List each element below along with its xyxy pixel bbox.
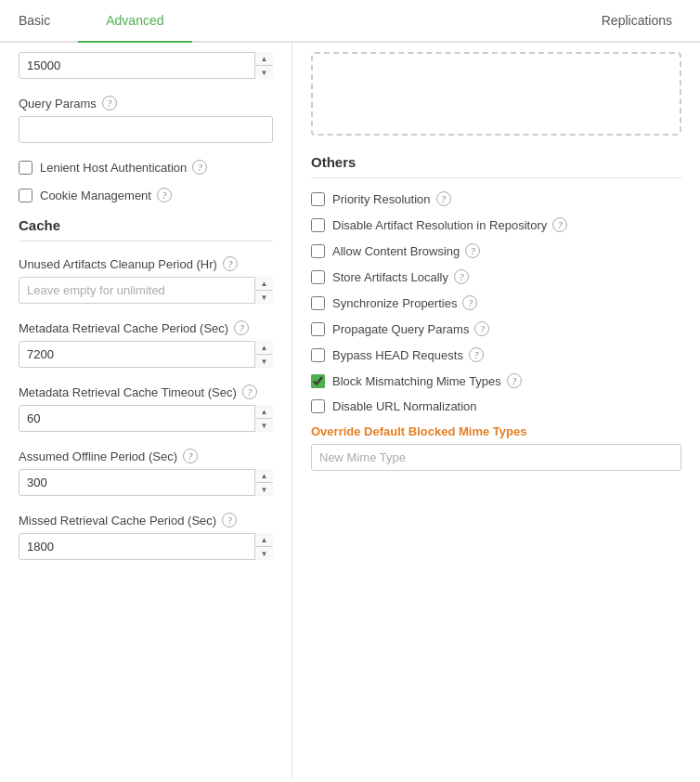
propagate-query-params-checkbox[interactable] — [311, 322, 325, 336]
cache-section: Cache Unused Artifacts Cleanup Period (H… — [19, 217, 273, 560]
missed-retrieval-down[interactable]: ▼ — [255, 547, 273, 560]
metadata-cache-timeout-group: Metadata Retrieval Cache Timeout (Sec) ?… — [19, 384, 273, 432]
metadata-cache-period-up[interactable]: ▲ — [255, 341, 273, 355]
propagate-query-params-help-icon[interactable]: ? — [474, 321, 489, 336]
assumed-offline-up[interactable]: ▲ — [255, 469, 273, 483]
metadata-cache-period-down[interactable]: ▼ — [255, 355, 273, 368]
assumed-offline-help-icon[interactable]: ? — [183, 449, 198, 463]
query-params-help-icon[interactable]: ? — [102, 96, 117, 111]
metadata-cache-period-help-icon[interactable]: ? — [234, 320, 249, 335]
block-mismatching-mime-types-help-icon[interactable]: ? — [507, 373, 522, 388]
lenient-host-label[interactable]: Lenient Host Authentication ? — [40, 160, 207, 175]
assumed-offline-label: Assumed Offline Period (Sec) ? — [19, 449, 273, 463]
query-params-input[interactable] — [19, 116, 273, 143]
assumed-offline-group: Assumed Offline Period (Sec) ? ▲ ▼ — [19, 449, 273, 496]
missed-retrieval-up[interactable]: ▲ — [255, 533, 273, 547]
left-panel: ▲ ▼ Query Params ? Lenient Host Authenti… — [0, 43, 292, 778]
option-store-artifacts-locally: Store Artifacts Locally ? — [311, 269, 681, 284]
missed-retrieval-input[interactable] — [19, 533, 273, 560]
priority-resolution-help-icon[interactable]: ? — [436, 191, 451, 206]
unused-artifacts-spinner: ▲ ▼ — [254, 277, 273, 304]
top-input-down[interactable]: ▼ — [255, 66, 273, 79]
metadata-cache-period-spinner: ▲ ▼ — [254, 341, 273, 368]
tab-replications[interactable]: Replications — [574, 0, 700, 43]
cookie-management-checkbox[interactable] — [19, 189, 32, 202]
option-bypass-head-requests: Bypass HEAD Requests ? — [311, 347, 681, 362]
missed-retrieval-help-icon[interactable]: ? — [222, 513, 237, 528]
disable-artifact-resolution-checkbox[interactable] — [311, 218, 325, 232]
lenient-host-checkbox[interactable] — [19, 161, 32, 175]
allow-content-browsing-checkbox[interactable] — [311, 244, 325, 258]
missed-retrieval-group: Missed Retrieval Cache Period (Sec) ? ▲ … — [19, 513, 273, 560]
metadata-cache-timeout-spinner: ▲ ▼ — [254, 405, 273, 432]
option-disable-artifact-resolution: Disable Artifact Resolution in Repositor… — [311, 217, 681, 232]
cookie-help-icon[interactable]: ? — [157, 188, 172, 202]
tab-advanced[interactable]: Advanced — [78, 0, 191, 43]
query-params-label: Query Params ? — [19, 96, 273, 111]
disable-url-normalization-checkbox[interactable] — [311, 399, 325, 413]
option-disable-url-normalization: Disable URL Normalization — [311, 399, 681, 413]
priority-resolution-checkbox[interactable] — [311, 192, 325, 206]
option-synchronize-properties: Synchronize Properties ? — [311, 295, 681, 310]
override-mime-types-label: Override Default Blocked Mime Types — [311, 424, 681, 438]
synchronize-properties-help-icon[interactable]: ? — [462, 295, 477, 310]
assumed-offline-input[interactable] — [19, 469, 273, 496]
option-propagate-query-params: Propagate Query Params ? — [311, 321, 681, 336]
lenient-host-auth-group: Lenient Host Authentication ? — [19, 160, 273, 175]
metadata-cache-timeout-label: Metadata Retrieval Cache Timeout (Sec) ? — [19, 384, 273, 399]
metadata-cache-timeout-down[interactable]: ▼ — [255, 419, 273, 432]
assumed-offline-spinner: ▲ ▼ — [254, 469, 273, 496]
tab-basic[interactable]: Basic — [0, 0, 78, 43]
option-block-mismatching-mime-types: Block Mismatching Mime Types ? — [311, 373, 681, 388]
store-artifacts-locally-help-icon[interactable]: ? — [454, 269, 469, 284]
metadata-cache-period-label: Metadata Retrieval Cache Period (Sec) ? — [19, 320, 273, 335]
unused-artifacts-label: Unused Artifacts Cleanup Period (Hr) ? — [19, 256, 273, 271]
cookie-management-label[interactable]: Cookie Management ? — [40, 188, 172, 202]
top-input-spinner: ▲ ▼ — [254, 52, 273, 79]
dashed-box — [311, 52, 681, 136]
tabs-bar: Basic Advanced Replications — [0, 0, 700, 43]
unused-artifacts-group: Unused Artifacts Cleanup Period (Hr) ? ▲… — [19, 256, 273, 304]
option-allow-content-browsing: Allow Content Browsing ? — [311, 243, 681, 258]
option-priority-resolution: Priority Resolution ? — [311, 191, 681, 206]
new-mime-type-input[interactable] — [311, 444, 681, 471]
top-input-group: ▲ ▼ — [19, 52, 273, 79]
synchronize-properties-checkbox[interactable] — [311, 296, 325, 310]
unused-artifacts-down[interactable]: ▼ — [255, 291, 273, 304]
allow-content-browsing-help-icon[interactable]: ? — [465, 243, 480, 258]
lenient-host-help-icon[interactable]: ? — [192, 160, 207, 175]
metadata-cache-period-input[interactable] — [19, 341, 273, 368]
disable-artifact-resolution-help-icon[interactable]: ? — [552, 217, 567, 232]
cache-section-header: Cache — [19, 217, 273, 241]
top-input-up[interactable]: ▲ — [255, 52, 273, 66]
main-content: ▲ ▼ Query Params ? Lenient Host Authenti… — [0, 43, 700, 778]
store-artifacts-locally-checkbox[interactable] — [311, 270, 325, 284]
others-section: Others Priority Resolution ? Disable Art… — [311, 154, 681, 471]
bypass-head-requests-help-icon[interactable]: ? — [469, 347, 484, 362]
metadata-cache-timeout-up[interactable]: ▲ — [255, 405, 273, 419]
block-mismatching-mime-types-checkbox[interactable] — [311, 374, 325, 388]
bypass-head-requests-checkbox[interactable] — [311, 348, 325, 362]
top-value-input[interactable] — [19, 52, 273, 79]
override-mime-types-group: Override Default Blocked Mime Types — [311, 424, 681, 471]
missed-retrieval-spinner: ▲ ▼ — [254, 533, 273, 560]
right-panel: Others Priority Resolution ? Disable Art… — [292, 43, 700, 778]
metadata-cache-timeout-help-icon[interactable]: ? — [242, 384, 257, 399]
metadata-cache-timeout-input[interactable] — [19, 405, 273, 432]
others-header: Others — [311, 154, 681, 178]
missed-retrieval-label: Missed Retrieval Cache Period (Sec) ? — [19, 513, 273, 528]
unused-artifacts-up[interactable]: ▲ — [255, 277, 273, 291]
unused-artifacts-help-icon[interactable]: ? — [223, 256, 238, 271]
metadata-cache-period-group: Metadata Retrieval Cache Period (Sec) ? … — [19, 320, 273, 368]
query-params-group: Query Params ? — [19, 96, 273, 143]
unused-artifacts-input[interactable] — [19, 277, 273, 304]
assumed-offline-down[interactable]: ▼ — [255, 483, 273, 496]
cookie-management-group: Cookie Management ? — [19, 188, 273, 202]
